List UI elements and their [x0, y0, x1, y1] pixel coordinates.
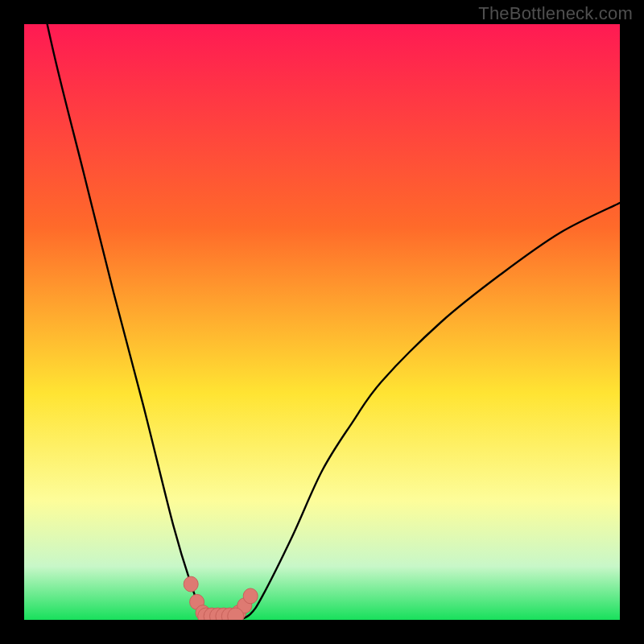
bottleneck-chart — [0, 0, 644, 644]
marker-left — [184, 576, 198, 592]
chart-frame: TheBottleneck.com — [0, 0, 644, 644]
chart-gradient-bg — [24, 24, 620, 620]
marker-right — [243, 588, 258, 604]
watermark-text: TheBottleneck.com — [478, 3, 633, 24]
